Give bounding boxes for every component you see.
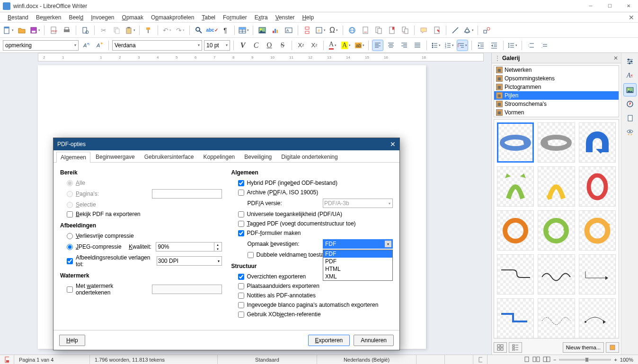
increase-indent-button[interactable]	[475, 40, 487, 51]
chk-watermerk[interactable]	[67, 286, 73, 293]
increase-para-spacing-button[interactable]	[525, 40, 537, 51]
strikethrough-button[interactable]: S	[277, 40, 288, 51]
menu-venster[interactable]: Venster	[272, 13, 299, 22]
page-tab-icon[interactable]	[623, 112, 637, 125]
paginas-input[interactable]	[152, 189, 222, 199]
export-button[interactable]: Exporteren	[308, 335, 350, 346]
gallery-thumb[interactable]	[579, 210, 616, 251]
close-doc-button[interactable]: ✕	[629, 14, 634, 21]
table-button[interactable]	[238, 25, 249, 36]
gallery-cat-vormen[interactable]: ▦Vormen	[494, 108, 619, 117]
find-replace-button[interactable]	[193, 25, 204, 36]
properties-tab-icon[interactable]	[623, 55, 637, 68]
menu-help[interactable]: Help	[298, 13, 318, 22]
gallery-tab-icon[interactable]	[623, 83, 637, 96]
zoom-value[interactable]: 100%	[620, 357, 633, 363]
radio-selectie[interactable]	[67, 202, 73, 208]
status-lang[interactable]: Nederlands (België)	[317, 355, 416, 364]
menu-invoegen[interactable]: Invoegen	[87, 13, 118, 22]
bold-button[interactable]: V	[237, 40, 248, 51]
char-highlight-button[interactable]: ab	[354, 40, 365, 51]
gallery-thumb[interactable]	[579, 122, 616, 163]
gallery-more-button[interactable]	[606, 342, 619, 353]
chk-archive[interactable]	[238, 190, 244, 196]
bullet-list-button[interactable]	[430, 40, 442, 51]
gallery-cat-stroomschema[interactable]: ▦Stroomschema's	[494, 100, 619, 108]
watermerk-input[interactable]	[152, 285, 222, 294]
update-style-button[interactable]: A	[80, 40, 92, 51]
opmaak-opt-fdf[interactable]: FDF	[323, 250, 392, 258]
gallery-cat-pictogrammen[interactable]: ▦Pictogrammen	[494, 83, 619, 91]
opmaak-opt-html[interactable]: HTML	[323, 265, 392, 273]
print-button[interactable]	[61, 25, 72, 36]
hyperlink-button[interactable]	[346, 25, 358, 36]
gallery-thumb[interactable]	[497, 210, 534, 251]
redo-button[interactable]: ↷	[175, 25, 186, 36]
chk-dubbele[interactable]	[248, 252, 254, 258]
status-page[interactable]: Pagina 1 van 4	[14, 355, 90, 364]
align-left-button[interactable]	[372, 40, 383, 51]
gallery-cat-opsomming[interactable]: ▦Opsommingstekens	[494, 74, 619, 83]
cancel-button[interactable]: Annuleren	[354, 335, 394, 346]
zoom-out-button[interactable]: −	[553, 357, 556, 363]
view-single-icon[interactable]	[524, 356, 530, 364]
horizontal-ruler[interactable]: 21 12 34 56 78 910 1112 1314 1516 18	[38, 53, 484, 61]
gallery-icon-view-button[interactable]	[494, 342, 507, 353]
underline-button[interactable]: O	[264, 40, 275, 51]
comment-button[interactable]	[418, 25, 429, 36]
page-break-button[interactable]	[301, 25, 313, 36]
draw-functions-button[interactable]	[481, 25, 493, 36]
close-window-button[interactable]: ✕	[619, 0, 638, 12]
menu-bewerken[interactable]: Bewerken	[32, 13, 65, 22]
opmaak-dropdown-list[interactable]: FDF PDF HTML XML	[323, 250, 393, 281]
font-size-combo[interactable]: 10 pt▾	[204, 40, 230, 51]
gallery-cat-netwerken[interactable]: ▦Netwerken	[494, 66, 619, 74]
bookmark-button[interactable]	[386, 25, 398, 36]
tab-digitale[interactable]: Digitale ondertekening	[277, 151, 342, 162]
styles-tab-icon[interactable]: A¶	[623, 69, 637, 82]
export-pdf-button[interactable]: PDF	[48, 25, 59, 36]
insert-chart-button[interactable]	[270, 25, 281, 36]
chk-plaats[interactable]	[238, 283, 244, 289]
align-justify-button[interactable]	[412, 40, 423, 51]
radio-alle[interactable]	[67, 180, 73, 186]
tab-beginweergave[interactable]: Beginweergave	[91, 151, 139, 162]
radio-verliesvrij[interactable]	[67, 233, 73, 239]
zoom-in-button[interactable]: +	[614, 357, 617, 363]
endnote-button[interactable]	[373, 25, 384, 36]
chk-overzichten[interactable]	[238, 274, 244, 280]
open-button[interactable]	[16, 25, 27, 36]
copy-button[interactable]	[111, 25, 123, 36]
radio-jpeg[interactable]	[67, 244, 73, 250]
italic-button[interactable]: C	[250, 40, 262, 51]
paragraph-style-combo[interactable]: opmerking▾	[3, 40, 79, 51]
line-spacing-button[interactable]	[507, 40, 518, 51]
status-style[interactable]: Standaard	[218, 355, 317, 364]
subscript-button[interactable]: X2	[309, 40, 320, 51]
maximize-button[interactable]: ☐	[600, 0, 619, 12]
view-book-icon[interactable]	[543, 356, 550, 364]
menu-tabel[interactable]: Tabel	[198, 13, 219, 22]
radio-paginas[interactable]	[67, 191, 73, 197]
tab-koppelingen[interactable]: Koppelingen	[199, 151, 239, 162]
inspector-tab-icon[interactable]	[623, 126, 637, 139]
gallery-thumb[interactable]	[497, 122, 534, 163]
gallery-thumb[interactable]	[497, 166, 534, 207]
dialog-titlebar[interactable]: PDF-opties ✕	[53, 138, 399, 150]
chk-bekijk-pdf[interactable]	[67, 211, 73, 217]
opmaak-opt-pdf[interactable]: PDF	[323, 258, 392, 265]
menu-opmaakprofielen[interactable]: Opmaakprofielen	[147, 13, 198, 22]
resolutie-combo[interactable]: 300 DPI▾	[157, 256, 222, 266]
status-sig-icon[interactable]	[473, 355, 487, 364]
insert-textbox-button[interactable]: A	[283, 25, 294, 36]
chk-hybrid[interactable]	[238, 180, 244, 186]
minimize-button[interactable]: ─	[581, 0, 600, 12]
align-center-button[interactable]	[385, 40, 397, 51]
tab-gebruikersinterface[interactable]: Gebruikersinterface	[140, 151, 198, 162]
save-button[interactable]	[29, 25, 41, 36]
view-multi-icon[interactable]	[532, 356, 540, 364]
gallery-thumb[interactable]	[538, 166, 575, 207]
outline-list-button[interactable]	[457, 40, 468, 51]
font-name-combo[interactable]: Verdana▾	[112, 40, 202, 51]
gallery-thumb[interactable]	[538, 298, 575, 338]
